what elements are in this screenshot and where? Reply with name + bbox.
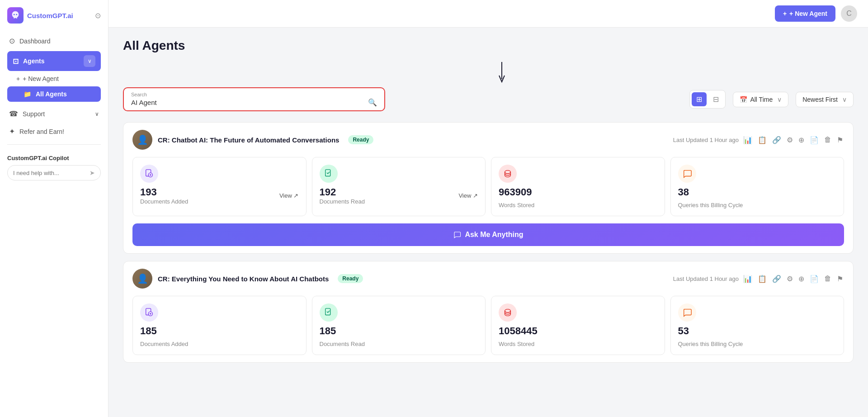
sort-chevron-icon: ∨ xyxy=(842,96,847,103)
support-label: Support xyxy=(23,110,45,118)
agent-stats-1: 193 Documents Added View ↗ xyxy=(123,157,853,223)
agent-meta-2: Last Updated 1 Hour ago 📊 📋 🔗 ⚙ ⊕ 📄 🗑 ⚑ xyxy=(673,274,844,284)
docs-read-label-2: Documents Read xyxy=(320,341,478,347)
sidebar-item-support[interactable]: ☎ Support ∨ xyxy=(4,105,104,122)
time-chevron-icon: ∨ xyxy=(777,96,782,103)
user-avatar[interactable]: C xyxy=(841,5,857,22)
stat-docs-added-1: 193 Documents Added View ↗ xyxy=(132,157,307,216)
agent-header-2: 👤 CR: Everything You Need to Know About … xyxy=(123,261,853,296)
analytics-icon-2[interactable]: 📊 xyxy=(742,274,753,284)
copilot-input[interactable] xyxy=(13,170,90,176)
queries-icon-2 xyxy=(678,303,696,322)
settings-icon-2[interactable]: ⚙ xyxy=(786,274,794,284)
analytics-icon-1[interactable]: 📊 xyxy=(742,135,753,145)
docs-added-icon-2 xyxy=(140,303,158,322)
copy-icon-2[interactable]: 📄 xyxy=(809,274,820,284)
new-agent-button[interactable]: + + New Agent xyxy=(775,5,835,22)
settings-icon-1[interactable]: ⚙ xyxy=(786,135,794,145)
stat-docs-read-1: 192 Documents Read View ↗ xyxy=(312,157,486,216)
search-box: Search 🔍 xyxy=(123,87,385,111)
queries-label-2: Queries this Billing Cycle xyxy=(678,341,837,347)
trash-icon-1[interactable]: 🗑 xyxy=(823,135,832,145)
list-view-button[interactable]: ⊞ xyxy=(692,92,707,106)
stat-docs-added-bottom-1: 193 Documents Added View ↗ xyxy=(140,186,299,205)
stat-docs-read-info-1: 192 Documents Read xyxy=(320,186,365,205)
docs-added-view-link-1[interactable]: View ↗ xyxy=(279,192,299,199)
list-icon-1[interactable]: 📋 xyxy=(757,135,768,145)
agent-status-badge-2: Ready xyxy=(338,274,363,283)
words-icon-2 xyxy=(499,303,517,322)
ask-bar-1[interactable]: Ask Me Anything xyxy=(132,223,844,246)
sidebar-logo: CustomGPT.ai ⊙ xyxy=(0,7,108,33)
sidebar-item-new-agent[interactable]: + + New Agent xyxy=(7,71,101,86)
all-agents-label: All Agents xyxy=(36,90,67,98)
sidebar-nav: ⊙ Dashboard xyxy=(0,33,108,49)
search-arrow-indicator xyxy=(150,62,854,85)
docs-added-label-2: Documents Added xyxy=(140,341,299,347)
time-filter[interactable]: 📅 All Time ∨ xyxy=(733,92,788,107)
queries-icon-1 xyxy=(678,165,696,183)
chat-icon-1 xyxy=(453,231,461,239)
sidebar-divider xyxy=(7,144,101,145)
flag-icon-2[interactable]: ⚑ xyxy=(836,274,844,284)
logo-icon xyxy=(7,7,24,24)
sidebar-dashboard-label: Dashboard xyxy=(19,38,51,45)
stat-queries-1: 38 Queries this Billing Cycle xyxy=(670,157,844,216)
trash-icon-2[interactable]: 🗑 xyxy=(823,274,832,284)
docs-read-number-2: 185 xyxy=(320,325,478,337)
words-icon-1 xyxy=(499,165,517,183)
stat-words-2: 1058445 Words Stored xyxy=(491,296,665,355)
agent-name-2: CR: Everything You Need to Know About AI… xyxy=(158,275,329,283)
link-icon-1[interactable]: 🔗 xyxy=(771,135,782,145)
copy-icon-1[interactable]: 📄 xyxy=(809,135,820,145)
support-icon: ☎ xyxy=(9,109,18,118)
grid-view-button[interactable]: ⊟ xyxy=(708,92,723,106)
stat-docs-added-2: 185 Documents Added xyxy=(132,296,307,355)
docs-read-view-link-1[interactable]: View ↗ xyxy=(458,192,478,199)
embed-icon-2[interactable]: ⊕ xyxy=(797,274,805,284)
copilot-title: CustomGPT.ai Copilot xyxy=(7,155,101,161)
embed-icon-1[interactable]: ⊕ xyxy=(797,135,805,145)
clock-icon[interactable]: ⊙ xyxy=(95,11,101,20)
page-title: All Agents xyxy=(123,38,854,53)
agent-last-updated-1: Last Updated 1 Hour ago xyxy=(673,137,739,143)
agent-card-2: 👤 CR: Everything You Need to Know About … xyxy=(123,261,854,363)
ask-bar-label-1: Ask Me Anything xyxy=(465,231,523,239)
content-area: All Agents Search 🔍 ⊞ ⊟ 📅 xyxy=(108,28,868,417)
agents-chevron-button[interactable]: ∨ xyxy=(84,55,95,67)
refer-label: Refer and Earn! xyxy=(19,128,64,135)
refer-icon: ✦ xyxy=(9,127,15,136)
svg-point-8 xyxy=(505,171,511,174)
search-section: Search 🔍 ⊞ ⊟ 📅 All Time ∨ Newest First ∨ xyxy=(123,87,854,111)
svg-point-14 xyxy=(505,309,511,313)
sort-filter[interactable]: Newest First ∨ xyxy=(796,92,854,107)
docs-added-number-1: 193 xyxy=(140,186,188,198)
copilot-send-icon[interactable]: ➤ xyxy=(90,169,95,176)
list-icon-2[interactable]: 📋 xyxy=(757,274,768,284)
stat-docs-read-2: 185 Documents Read xyxy=(312,296,486,355)
calendar-icon: 📅 xyxy=(740,96,747,103)
search-input[interactable] xyxy=(131,99,364,106)
svg-point-1 xyxy=(16,14,17,15)
sidebar-item-all-agents[interactable]: 📁 All Agents xyxy=(7,86,101,102)
agents-nav-group: ⊡ Agents ∨ + + New Agent 📁 All Agents xyxy=(4,51,104,102)
link-icon-2[interactable]: 🔗 xyxy=(771,274,782,284)
words-number-2: 1058445 xyxy=(499,325,657,337)
agent-status-badge-1: Ready xyxy=(348,135,373,144)
sidebar-item-dashboard[interactable]: ⊙ Dashboard xyxy=(4,33,104,49)
agent-meta-1: Last Updated 1 Hour ago 📊 📋 🔗 ⚙ ⊕ 📄 🗑 ⚑ xyxy=(673,135,844,145)
sidebar-item-agents[interactable]: ⊡ Agents ∨ xyxy=(7,51,101,71)
agents-label: Agents xyxy=(23,57,44,65)
sort-filter-label: Newest First xyxy=(802,96,838,103)
dashboard-icon: ⊙ xyxy=(9,37,15,45)
agent-avatar-2: 👤 xyxy=(132,269,152,289)
agents-icon: ⊡ xyxy=(13,57,19,66)
sidebar-item-refer[interactable]: ✦ Refer and Earn! xyxy=(4,123,104,140)
docs-read-icon-2 xyxy=(320,303,338,322)
folder-icon: 📁 xyxy=(24,90,31,98)
copilot-input-wrap: ➤ xyxy=(7,165,101,180)
stat-queries-2: 53 Queries this Billing Cycle xyxy=(670,296,844,355)
flag-icon-1[interactable]: ⚑ xyxy=(836,135,844,145)
docs-added-label-1: Documents Added xyxy=(140,198,188,205)
agent-card-1: 👤 CR: Chatbot AI: The Future of Automate… xyxy=(123,122,854,254)
